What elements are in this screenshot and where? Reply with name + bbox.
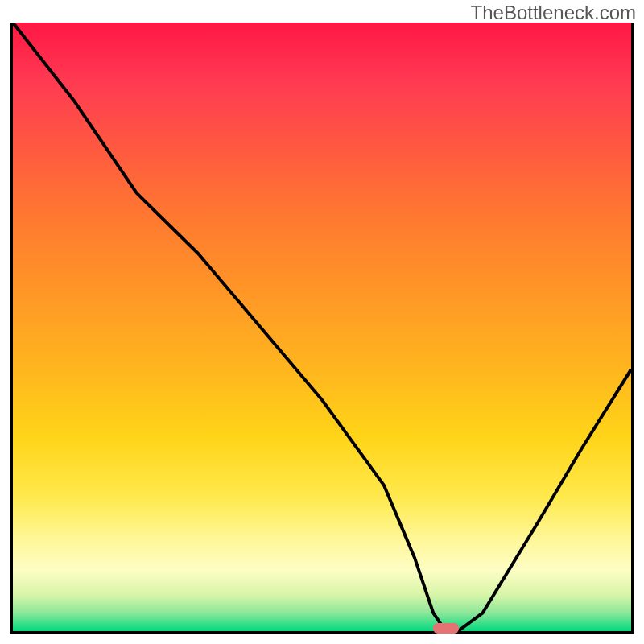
watermark-text: TheBottleneck.com	[471, 2, 636, 24]
minimum-marker	[433, 623, 459, 634]
curve-path	[13, 23, 631, 631]
chart-container: TheBottleneck.com	[0, 0, 644, 644]
plot-area	[10, 23, 634, 634]
bottleneck-curve	[13, 23, 631, 631]
